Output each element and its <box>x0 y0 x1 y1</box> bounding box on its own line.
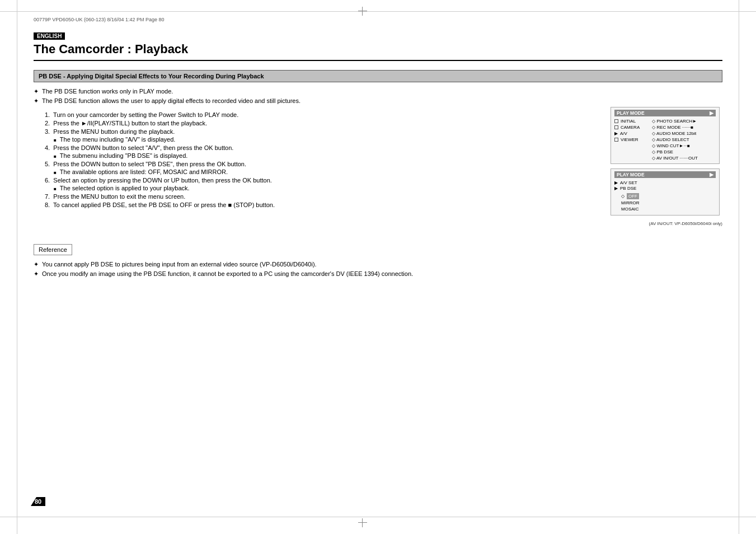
ref-diamond-2: ✦ <box>34 270 39 278</box>
step-num-6: 6. <box>45 177 51 184</box>
menu-sub-text-recmode: ◇ REC MODE ·······■ <box>652 125 693 130</box>
step-1: 1. Turn on your camcorder by setting the… <box>45 111 599 118</box>
step-3-sub: ■ The top menu including "A/V" is displa… <box>54 136 599 143</box>
sub-square-5: ■ <box>54 170 57 175</box>
menu-sub-audiosel: ◇ AUDIO SELECT <box>652 137 698 142</box>
step-4-sub-text: The submenu including "PB DSE" is displa… <box>60 152 188 159</box>
menu-sub-recmode: ◇ REC MODE ·······■ <box>652 125 698 130</box>
sub-square-3: ■ <box>54 138 57 143</box>
menu-title-2: PLAY MODE <box>617 172 645 177</box>
reference-section: Reference ✦ You cannot apply PB DSE to p… <box>34 235 722 278</box>
intro-bullet-2: ✦ The PB DSE function allows the user to… <box>34 97 722 105</box>
menu-triangle-av: ▶ <box>614 131 618 136</box>
content-area: 1. Turn on your camcorder by setting the… <box>34 107 722 226</box>
step-num-8: 8. <box>45 202 51 208</box>
step-4: 4. Press the DOWN button to select "A/V"… <box>45 144 599 159</box>
menu-sq-viewer <box>614 138 618 142</box>
section-title: PB DSE - Applying Digital Special Effect… <box>34 70 722 82</box>
step-num-3: 3. <box>45 128 51 135</box>
step-3: 3. Press the MENU button during the play… <box>45 128 599 143</box>
reference-label: Reference <box>34 244 72 255</box>
menu-sub-text-pbdse: ◇ PB DSE <box>652 149 673 154</box>
menu-tri-avset: ▶ <box>614 180 618 185</box>
menu-option-mirror: MIRROR <box>621 200 716 205</box>
menu-sub-avout: ◇ AV IN/OUT ·······OUT <box>652 156 698 161</box>
ref-text-1: You cannot apply PB DSE to pictures bein… <box>42 261 317 268</box>
menu-icons-col: INITIAL CAMERA ▶ A/V VIEWER <box>614 119 640 161</box>
page-meta: 00779P VPD6050-UK (060-123) 8/16/04 1:42… <box>34 17 722 22</box>
step-2: 2. Press the ►/II(PLAY/STILL) button to … <box>45 120 599 127</box>
ref-bullet-2: ✦ Once you modify an image using the PB … <box>34 270 722 278</box>
ref-text-2: Once you modify an image using the PB DS… <box>42 270 413 278</box>
crosshair-top <box>358 7 367 16</box>
menu-sub-text-avout: ◇ AV IN/OUT ·······OUT <box>652 156 698 161</box>
step-num-2: 2. <box>45 120 51 127</box>
step-5: 5. Press the DOWN button to select "PB D… <box>45 161 599 175</box>
menu-display-2: PLAY MODE ▶ ▶ A/V SET ▶ PB DSE ◇ OFF <box>611 168 720 216</box>
menu-sub-windcut: ◇ WIND CUT►···■ <box>652 143 698 148</box>
menu-row-initial: INITIAL <box>614 119 640 124</box>
menu-option-diamond: ◇ <box>621 194 624 199</box>
step-num-1: 1. <box>45 111 51 118</box>
menu-option-mosaic-label: MOSAIC <box>621 207 639 212</box>
menu-display-1: PLAY MODE ▶ INITIAL CAMERA <box>611 107 720 164</box>
menu-option-mosaic: MOSAIC <box>621 207 716 212</box>
menu-sub-text-windcut: ◇ WIND CUT►···■ <box>652 143 690 148</box>
language-badge: ENGLISH <box>34 32 65 40</box>
intro-bullet-text-1: The PB DSE function works only in PLAY m… <box>42 88 173 95</box>
ref-diamond-1: ✦ <box>34 261 39 268</box>
reference-bullets: ✦ You cannot apply PB DSE to pictures be… <box>34 261 722 278</box>
bottom-border <box>0 517 756 517</box>
step-7: 7. Press the MENU button to exit the men… <box>45 193 599 200</box>
menu-title-1: PLAY MODE <box>617 110 645 116</box>
menu-header-2: PLAY MODE ▶ <box>614 171 716 178</box>
menu-header-1: PLAY MODE ▶ <box>614 110 716 116</box>
menu-subitems-col: ◇ PHOTO SEARCH► ◇ REC MODE ·······■ ◇ AU… <box>644 119 698 161</box>
step-text-7: Press the MENU button to exit the menu s… <box>53 193 185 200</box>
menu-sq-camera <box>614 125 618 129</box>
right-border <box>739 0 739 534</box>
page-container: 00779P VPD6050-UK (060-123) 8/16/04 1:42… <box>0 0 756 534</box>
menu-sub-photosearch: ◇ PHOTO SEARCH► <box>652 119 698 124</box>
crosshair-bottom <box>358 518 367 527</box>
step-6-sub: ■ The selected option is applied to your… <box>54 185 599 191</box>
menu-row-avset: ▶ A/V SET <box>614 180 716 185</box>
menu-sq-initial <box>614 119 618 123</box>
step-num-5: 5. <box>45 161 51 167</box>
step-5-sub-text: The available options are listed: OFF, M… <box>60 168 228 175</box>
step-text-3: Press the MENU button during the playbac… <box>53 128 175 135</box>
menu-sub-pbdse: ◇ PB DSE <box>652 149 698 154</box>
menu-screenshots: PLAY MODE ▶ INITIAL CAMERA <box>611 107 722 226</box>
menu-option-off-label: OFF <box>627 193 639 199</box>
step-text-6: Select an option by pressing the DOWN or… <box>53 177 272 184</box>
steps-list: 1. Turn on your camcorder by setting the… <box>45 111 599 208</box>
step-3-sub-text: The top menu including "A/V" is displaye… <box>60 136 176 143</box>
menu-play-icon-2: ▶ <box>710 172 713 177</box>
menu-play-icon-1: ▶ <box>710 110 713 116</box>
sub-square-4: ■ <box>54 154 57 159</box>
menu-sub-text-audiosel: ◇ AUDIO SELECT <box>652 137 689 142</box>
main-title: The Camcorder : Playback <box>34 42 722 61</box>
diamond-icon-1: ✦ <box>34 88 39 95</box>
menu-caption: (AV IN/OUT: VP-D6050i/D6040i only) <box>611 221 722 226</box>
step-6: 6. Select an option by pressing the DOWN… <box>45 177 599 191</box>
sub-square-6: ■ <box>54 186 57 191</box>
step-6-sub-text: The selected option is applied to your p… <box>60 185 190 191</box>
menu-rows-1: INITIAL CAMERA ▶ A/V VIEWER <box>614 119 716 161</box>
step-8: 8. To cancel applied PB DSE, set the PB … <box>45 202 599 208</box>
intro-bullet-text-2: The PB DSE function allows the user to a… <box>42 97 300 105</box>
step-text-1: Turn on your camcorder by setting the Po… <box>53 111 238 118</box>
step-num-4: 4. <box>45 144 51 151</box>
menu-tri-pbdse2: ▶ <box>614 186 618 191</box>
menu-sub-text-audiomode: ◇ AUDIO MODE 12bit <box>652 131 696 136</box>
menu-label-av: A/V <box>620 131 627 136</box>
menu-label-initial: INITIAL <box>621 119 636 124</box>
top-border <box>0 11 756 12</box>
step-text-5: Press the DOWN button to select "PB DSE"… <box>53 161 246 167</box>
menu-row-av: ▶ A/V <box>614 131 640 136</box>
step-num-7: 7. <box>45 193 51 200</box>
menu-sub-audiomode: ◇ AUDIO MODE 12bit <box>652 131 698 136</box>
menu-label-avset: A/V SET <box>620 180 637 185</box>
menu-label-viewer: VIEWER <box>621 137 638 142</box>
intro-bullet-1: ✦ The PB DSE function works only in PLAY… <box>34 88 722 95</box>
